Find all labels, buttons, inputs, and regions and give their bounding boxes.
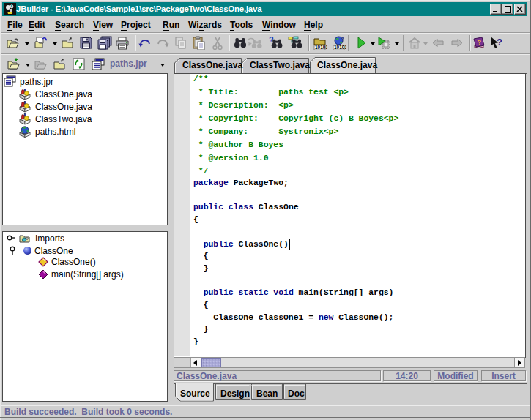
svg-text:?: ? <box>497 37 502 48</box>
svg-text:Doc: Doc <box>288 389 305 399</box>
svg-text:ClassOne.java: ClassOne.java <box>182 60 242 70</box>
svg-text:10101: 10101 <box>334 45 346 50</box>
svg-text:10101: 10101 <box>315 45 327 50</box>
svg-text:ClassOne.java: ClassOne.java <box>317 60 377 70</box>
svg-text:Bean: Bean <box>256 389 278 399</box>
svg-text:Design: Design <box>220 389 250 399</box>
svg-text:ClassTwo.java: ClassTwo.java <box>250 60 310 70</box>
svg-text:Source: Source <box>180 389 210 399</box>
